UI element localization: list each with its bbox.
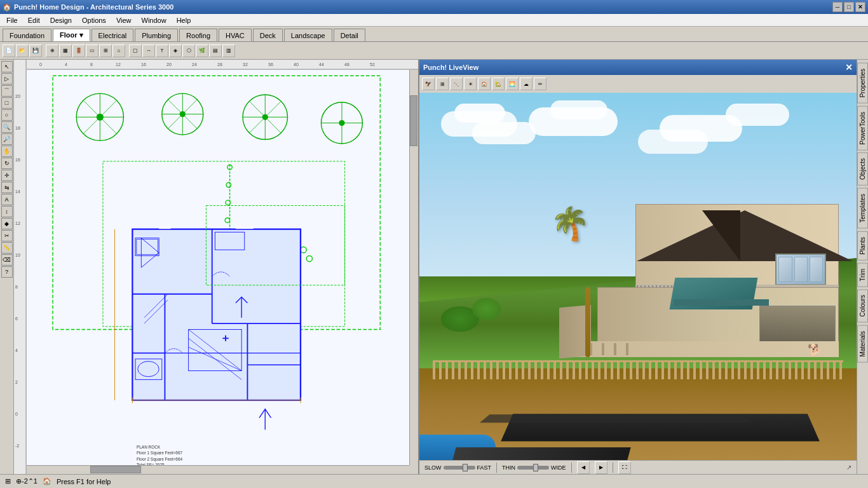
save-button[interactable]: 💾 <box>29 44 42 57</box>
svg-text:28: 28 <box>217 62 222 67</box>
measure-tool[interactable]: 📏 <box>1 242 13 254</box>
terrain-tool[interactable]: ⬡ <box>182 44 195 57</box>
erase-tool[interactable]: ⌫ <box>1 254 13 266</box>
tab-materials[interactable]: Materials <box>857 325 868 363</box>
zoom-in[interactable]: 🔍 <box>1 121 13 133</box>
svg-text:Floor 2 Square Feet=664: Floor 2 Square Feet=664 <box>137 457 183 462</box>
width-slider[interactable] <box>517 466 549 470</box>
lv-sun[interactable]: 🌅 <box>506 78 519 90</box>
arrow-tool[interactable]: ↖ <box>1 61 13 72</box>
tab-roofing[interactable]: Roofing <box>179 29 217 41</box>
tab-detail[interactable]: Detail <box>334 29 365 41</box>
draw-rect[interactable]: □ <box>1 97 13 109</box>
lv-nav-left[interactable]: ◀ <box>577 461 590 474</box>
hatch-tool[interactable]: ▤ <box>209 44 222 57</box>
symbol-tool[interactable]: ◈ <box>169 44 182 57</box>
rotate-tool[interactable]: ↻ <box>1 158 13 169</box>
menu-options[interactable]: Options <box>77 15 111 25</box>
tab-powertools[interactable]: PowerTools <box>857 106 868 151</box>
tab-properties[interactable]: Properties <box>857 63 868 104</box>
vertical-scrollbar[interactable] <box>409 70 418 465</box>
trim-tool[interactable]: ✂ <box>1 230 13 241</box>
lv-house-front[interactable]: 🏠 <box>478 78 491 90</box>
node-edit[interactable]: ◆ <box>1 218 13 229</box>
tab-trim[interactable]: Trim <box>857 263 868 287</box>
tab-plants[interactable]: Plants <box>857 231 868 261</box>
minimize-button[interactable]: ─ <box>832 2 843 12</box>
left-toolpanel: ↖ ▷ ⌒ □ ○ 🔍 🔎 ✋ ↻ ✛ ⇋ A ↕ ◆ ✂ 📏 ⌫ ? <box>0 60 14 474</box>
menu-edit[interactable]: Edit <box>23 15 45 25</box>
text-label[interactable]: A <box>1 194 13 205</box>
door-tool[interactable]: 🚪 <box>72 44 85 57</box>
help-text: Press F1 for Help <box>57 478 111 485</box>
open-button[interactable]: 📂 <box>16 44 29 57</box>
text-tool[interactable]: T <box>156 44 168 57</box>
plant-tool[interactable]: 🌿 <box>196 44 208 57</box>
tab-foundation[interactable]: Foundation <box>3 29 51 41</box>
draw-line[interactable]: ⌒ <box>1 85 13 97</box>
tab-templates[interactable]: Templates <box>857 188 868 229</box>
lv-pen[interactable]: ✏ <box>534 78 546 90</box>
lv-bird-eye[interactable]: 🦅 <box>422 78 435 90</box>
lv-nav-right[interactable]: ▶ <box>595 461 607 474</box>
menu-window[interactable]: Window <box>137 15 172 25</box>
svg-text:48: 48 <box>344 62 349 67</box>
tab-plumbing[interactable]: Plumbing <box>135 29 178 41</box>
fence <box>433 360 844 379</box>
stair-tool[interactable]: ⊞ <box>99 44 112 57</box>
menu-view[interactable]: View <box>111 15 137 25</box>
thin-label: THIN <box>502 464 515 471</box>
tab-hvac[interactable]: HVAC <box>219 29 252 41</box>
tab-landscape[interactable]: Landscape <box>284 29 332 41</box>
draw-circle[interactable]: ○ <box>1 109 13 121</box>
roof-tool[interactable]: ⌂ <box>112 44 125 57</box>
svg-text:16: 16 <box>15 158 20 162</box>
titlebar: 🏠 Punch! Home Design - Architectural Ser… <box>0 0 868 14</box>
horizontal-scrollbar[interactable] <box>27 465 409 474</box>
svg-text:14: 14 <box>15 189 20 194</box>
fill-tool[interactable]: ▥ <box>222 44 235 57</box>
pan-tool[interactable]: ✋ <box>1 146 13 157</box>
tab-colours[interactable]: Colours <box>857 289 868 322</box>
select-tool[interactable]: ⊕ <box>46 44 58 57</box>
floorplan-canvas[interactable]: PLAN ROCK Floor 1 Square Feet=667 Floor … <box>27 70 409 465</box>
speed-slider[interactable] <box>444 466 475 470</box>
svg-text:32: 32 <box>243 62 248 67</box>
liveview-close-button[interactable]: ✕ <box>845 62 853 72</box>
help-tool[interactable]: ? <box>1 266 13 278</box>
dimension-left[interactable]: ↕ <box>1 206 13 217</box>
zoom-out[interactable]: 🔎 <box>1 133 13 145</box>
menu-help[interactable]: Help <box>172 15 196 25</box>
svg-text:0: 0 <box>15 412 18 416</box>
close-button[interactable]: ✕ <box>855 2 865 12</box>
app-title: Punch! Home Design - Architectural Serie… <box>14 3 173 11</box>
tab-electrical[interactable]: Electrical <box>92 29 134 41</box>
svg-point-55 <box>225 218 229 222</box>
tab-deck[interactable]: Deck <box>253 29 283 41</box>
lv-house-back[interactable]: 🏡 <box>492 78 505 90</box>
snap-indicator: ⊞ <box>5 477 11 485</box>
window-tool[interactable]: ▭ <box>86 44 98 57</box>
lv-ortho[interactable]: ⊞ <box>436 78 449 90</box>
tab-objects[interactable]: Objects <box>857 152 868 186</box>
lv-fullscreen[interactable]: ⛶ <box>618 461 631 474</box>
menu-design[interactable]: Design <box>45 15 77 25</box>
lv-perspective[interactable]: ⋱ <box>450 78 463 90</box>
room-tool[interactable]: ▢ <box>129 44 142 57</box>
tab-floor[interactable]: Floor ▾ <box>53 29 90 41</box>
menu-file[interactable]: File <box>1 15 23 25</box>
dimension-tool[interactable]: ↔ <box>142 44 155 57</box>
mirror-tool[interactable]: ⇋ <box>1 182 13 193</box>
svg-point-70 <box>306 255 312 261</box>
svg-text:6: 6 <box>15 316 18 321</box>
wall-tool[interactable]: ▦ <box>59 44 72 57</box>
liveview-canvas[interactable]: 🌴 🐕 <box>419 93 857 460</box>
maximize-button[interactable]: □ <box>844 2 854 12</box>
select-tool-2[interactable]: ▷ <box>1 73 13 85</box>
lv-solar[interactable]: ☀ <box>464 78 477 90</box>
new-button[interactable]: 📄 <box>3 44 15 57</box>
lv-cloud[interactable]: ☁ <box>520 78 532 90</box>
svg-rect-72 <box>132 229 301 400</box>
svg-text:36: 36 <box>268 62 273 67</box>
move-tool[interactable]: ✛ <box>1 170 13 181</box>
